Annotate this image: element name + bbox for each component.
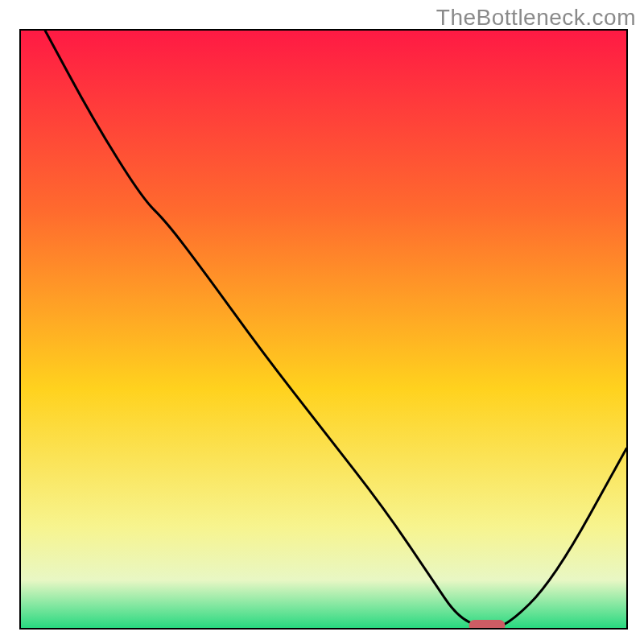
watermark-text: TheBottleneck.com <box>436 5 636 31</box>
gradient-background <box>21 31 626 628</box>
chart-stage: TheBottleneck.com <box>0 0 644 644</box>
plot-inner <box>21 31 626 628</box>
plot-frame <box>19 29 628 630</box>
optimal-marker <box>469 620 505 628</box>
chart-svg <box>21 31 626 628</box>
